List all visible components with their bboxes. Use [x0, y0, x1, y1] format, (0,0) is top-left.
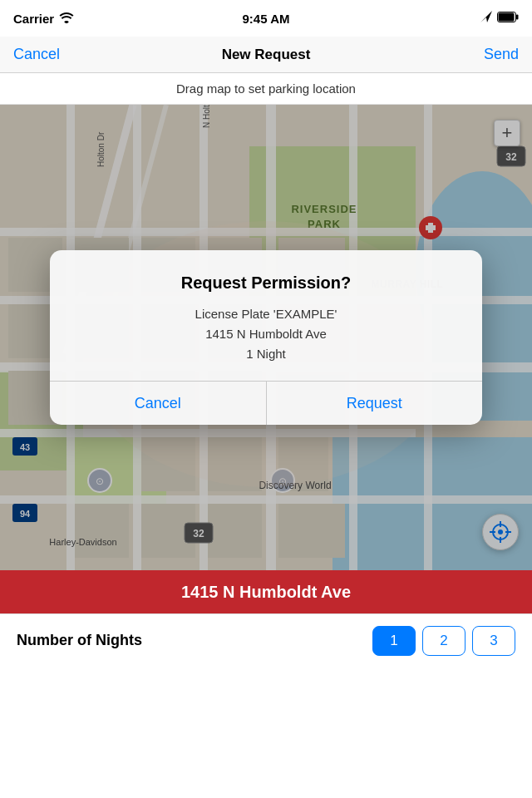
- wifi-icon: [59, 12, 74, 26]
- nav-bar: Cancel New Request Send: [0, 37, 532, 73]
- modal-overlay: Request Permission? License Plate 'EXAMP…: [0, 105, 532, 570]
- svg-rect-1: [516, 15, 519, 20]
- nav-title: New Request: [222, 47, 311, 63]
- night-btn-2[interactable]: 2: [422, 626, 466, 656]
- modal-line3: 1 Night: [70, 344, 462, 364]
- modal-buttons: Cancel Request: [50, 382, 482, 425]
- modal-body: License Plate 'EXAMPLE' 1415 N Humboldt …: [70, 304, 462, 364]
- location-arrow-icon: [480, 11, 492, 26]
- status-left: Carrier: [13, 12, 74, 26]
- modal-line1: License Plate 'EXAMPLE': [70, 304, 462, 324]
- status-time: 9:45 AM: [243, 12, 290, 26]
- permission-modal: Request Permission? License Plate 'EXAMP…: [50, 250, 482, 425]
- night-btn-1[interactable]: 1: [372, 626, 416, 656]
- modal-content: Request Permission? License Plate 'EXAMP…: [50, 250, 482, 381]
- map-hint: Drag map to set parking location: [0, 73, 532, 105]
- carrier-label: Carrier: [13, 12, 54, 26]
- location-address: 1415 N Humboldt Ave: [181, 583, 351, 602]
- status-bar: Carrier 9:45 AM: [0, 0, 532, 37]
- modal-line2: 1415 N Humboldt Ave: [70, 324, 462, 344]
- map-area[interactable]: 43 94 32 32 ⊙ ⊙ N Holton St Holton Dr RI…: [0, 105, 532, 570]
- nights-label: Number of Nights: [17, 632, 142, 649]
- nights-row: Number of Nights 1 2 3: [0, 613, 532, 667]
- svg-rect-2: [499, 13, 515, 22]
- battery-icon: [497, 11, 519, 26]
- cancel-nav-button[interactable]: Cancel: [13, 46, 60, 63]
- send-button[interactable]: Send: [484, 46, 519, 63]
- status-right: [480, 11, 519, 26]
- night-btn-3[interactable]: 3: [472, 626, 515, 656]
- location-bar: 1415 N Humboldt Ave: [0, 570, 532, 613]
- nights-buttons: 1 2 3: [372, 626, 515, 656]
- modal-title: Request Permission?: [70, 273, 462, 293]
- modal-request-button[interactable]: Request: [267, 382, 483, 425]
- modal-cancel-button[interactable]: Cancel: [50, 382, 266, 425]
